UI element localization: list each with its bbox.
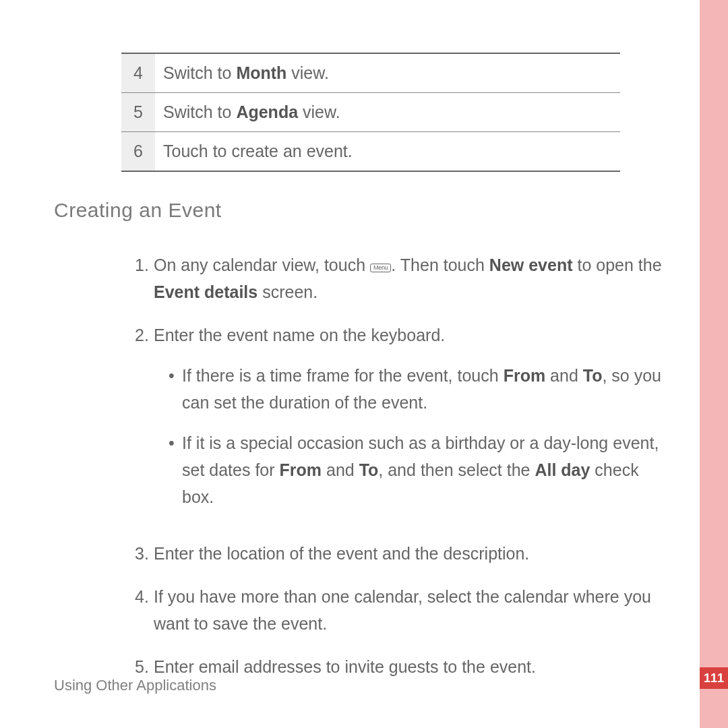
page-number: 111 bbox=[700, 667, 728, 689]
side-strip bbox=[700, 0, 728, 728]
step-body: Enter the location of the event and the … bbox=[154, 540, 667, 567]
row-number: 4 bbox=[121, 54, 155, 92]
list-item: 4. If you have more than one calendar, s… bbox=[135, 583, 667, 637]
page: 111 4 Switch to Month view. 5 Switch to … bbox=[0, 0, 728, 728]
step-number: 2. bbox=[135, 322, 154, 524]
footer-text: Using Other Applications bbox=[54, 677, 216, 694]
steps-list: 1. On any calendar view, touch Menu. The… bbox=[135, 251, 667, 680]
step-body: If you have more than one calendar, sele… bbox=[154, 583, 667, 637]
step-number: 4. bbox=[135, 583, 154, 637]
list-item: 3. Enter the location of the event and t… bbox=[135, 540, 667, 567]
table-row: 6 Touch to create an event. bbox=[121, 132, 620, 171]
table-row: 4 Switch to Month view. bbox=[121, 54, 620, 93]
bullet-item: • If it is a special occasion such as a … bbox=[169, 429, 667, 510]
step-number: 5. bbox=[135, 653, 154, 680]
reference-table: 4 Switch to Month view. 5 Switch to Agen… bbox=[121, 53, 620, 172]
bullet-dot: • bbox=[169, 429, 182, 510]
step-body: Enter email addresses to invite guests t… bbox=[154, 653, 667, 680]
bullet-body: If there is a time frame for the event, … bbox=[182, 362, 667, 416]
row-text: Switch to Agenda view. bbox=[155, 93, 620, 131]
row-number: 5 bbox=[121, 93, 155, 131]
row-text: Touch to create an event. bbox=[155, 132, 620, 171]
list-item: 5. Enter email addresses to invite guest… bbox=[135, 653, 667, 680]
section-heading: Creating an Event bbox=[54, 199, 674, 222]
list-item: 1. On any calendar view, touch Menu. The… bbox=[135, 251, 667, 305]
bullet-body: If it is a special occasion such as a bi… bbox=[182, 429, 667, 510]
step-body: Enter the event name on the keyboard. • … bbox=[154, 322, 667, 524]
step-number: 3. bbox=[135, 540, 154, 567]
bullet-dot: • bbox=[169, 362, 182, 416]
menu-icon: Menu bbox=[370, 264, 391, 272]
bullet-item: • If there is a time frame for the event… bbox=[169, 362, 667, 416]
table-row: 5 Switch to Agenda view. bbox=[121, 93, 620, 132]
sub-bullets: • If there is a time frame for the event… bbox=[169, 362, 667, 510]
step-body: On any calendar view, touch Menu. Then t… bbox=[154, 251, 667, 305]
row-text: Switch to Month view. bbox=[155, 54, 620, 92]
list-item: 2. Enter the event name on the keyboard.… bbox=[135, 322, 667, 524]
content-area: 4 Switch to Month view. 5 Switch to Agen… bbox=[54, 53, 674, 696]
row-number: 6 bbox=[121, 132, 155, 171]
step-number: 1. bbox=[135, 251, 154, 305]
